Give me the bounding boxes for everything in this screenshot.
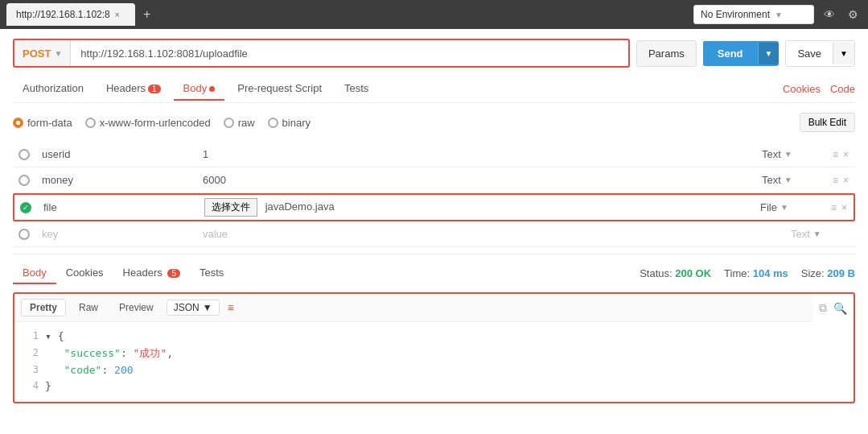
form-data-option[interactable]: form-data: [13, 117, 72, 129]
resp-headers-badge: 5: [167, 269, 180, 278]
code-tab-preview[interactable]: Preview: [111, 300, 162, 316]
row-actions-1: ≡ ×: [826, 149, 855, 160]
tab-headers[interactable]: Headers1: [97, 77, 171, 101]
time-value: 104 ms: [753, 267, 788, 279]
value-2: 6000: [196, 171, 762, 189]
urlencoded-radio[interactable]: [85, 118, 96, 128]
type-1[interactable]: Text ▼: [762, 148, 826, 160]
menu-icon-1[interactable]: ≡: [833, 149, 838, 160]
size-label: Size: 209 B: [801, 267, 855, 279]
code-tab-pretty[interactable]: Pretty: [21, 299, 66, 316]
copy-button[interactable]: ⧉: [819, 301, 827, 315]
gear-button[interactable]: ⚙: [845, 5, 862, 24]
resp-tab-body[interactable]: Body: [13, 262, 56, 284]
check-circle-2[interactable]: [19, 175, 30, 186]
save-dropdown-button[interactable]: ▼: [833, 43, 854, 64]
save-button[interactable]: Save: [786, 41, 833, 66]
delete-icon-1[interactable]: ×: [843, 149, 849, 160]
format-icon[interactable]: ≡: [228, 301, 234, 314]
format-chevron-icon: ▼: [203, 302, 212, 313]
code-line-2: 2 "success": "成功",: [24, 345, 844, 362]
type-arrow-3: ▼: [780, 203, 788, 212]
type-arrow-2: ▼: [784, 176, 792, 184]
check-circle-empty: [19, 229, 30, 240]
key-1: userid: [35, 145, 196, 163]
row-check-2[interactable]: [13, 175, 35, 186]
cookies-link[interactable]: Cookies: [783, 83, 821, 95]
type-2[interactable]: Text ▼: [762, 174, 826, 186]
chevron-down-icon: ▼: [775, 10, 783, 19]
file-name: javaDemo.java: [265, 200, 335, 213]
env-dropdown[interactable]: No Environment ▼: [693, 5, 814, 24]
menu-icon-3[interactable]: ≡: [831, 202, 837, 213]
browser-tab[interactable]: http://192.168.1.102:8 ×: [6, 3, 135, 26]
check-circle-3[interactable]: [20, 202, 31, 213]
menu-icon-2[interactable]: ≡: [833, 175, 838, 186]
binary-label: binary: [282, 117, 311, 129]
size-value: 209 B: [827, 267, 855, 279]
type-3[interactable]: File ▼: [760, 201, 825, 213]
form-rows: userid 1 Text ▼ ≡ × money 6000 Text ▼: [13, 142, 855, 247]
env-selector: No Environment ▼ 👁 ⚙: [693, 5, 862, 24]
browser-bar: http://192.168.1.102:8 × + No Environmen…: [0, 0, 868, 29]
bulk-edit-button[interactable]: Bulk Edit: [800, 113, 855, 132]
delete-icon-3[interactable]: ×: [841, 202, 847, 213]
code-body: 1 ▾ { 2 "success": "成功", 3 "code": 200 4…: [14, 322, 854, 402]
search-button[interactable]: 🔍: [833, 301, 847, 315]
code-link[interactable]: Code: [830, 83, 855, 95]
row-check-3[interactable]: [14, 202, 37, 213]
file-select-button[interactable]: 选择文件: [204, 198, 257, 217]
tab-tests[interactable]: Tests: [335, 77, 378, 101]
save-btn-group: Save ▼: [785, 40, 855, 67]
send-dropdown-button[interactable]: ▼: [758, 43, 780, 64]
resp-tab-headers[interactable]: Headers 5: [113, 262, 190, 284]
headers-badge: 1: [148, 85, 161, 93]
url-bar: POST ▼ Params Send ▼ Save ▼: [13, 39, 855, 68]
tab-close-icon[interactable]: ×: [115, 10, 120, 19]
code-line-4: 4 }: [24, 378, 844, 395]
send-button[interactable]: Send: [703, 41, 758, 66]
env-label: No Environment: [701, 9, 770, 20]
row-actions-3: ≡ ×: [825, 202, 854, 213]
form-data-radio[interactable]: [13, 118, 23, 128]
code-toolbar: Pretty Raw Preview JSON ▼ ≡: [14, 294, 812, 322]
check-circle-1[interactable]: [19, 149, 30, 160]
format-label: JSON: [174, 302, 200, 313]
value-placeholder[interactable]: value: [196, 225, 791, 243]
method-selector[interactable]: POST ▼: [14, 40, 71, 66]
tab-authorization[interactable]: Authorization: [13, 77, 93, 101]
raw-label: raw: [238, 117, 255, 129]
code-line-3: 3 "code": 200: [24, 362, 844, 379]
binary-radio[interactable]: [268, 118, 278, 128]
response-section: Body Cookies Headers 5 Tests Status: 200…: [13, 254, 855, 403]
row-actions-2: ≡ ×: [826, 175, 855, 186]
binary-option[interactable]: binary: [268, 117, 311, 129]
form-data-label: form-data: [27, 117, 72, 129]
new-tab-button[interactable]: +: [138, 6, 155, 23]
tab-prerequest[interactable]: Pre-request Script: [228, 77, 331, 101]
urlencoded-option[interactable]: x-www-form-urlencoded: [85, 117, 211, 129]
key-placeholder[interactable]: key: [35, 225, 196, 243]
type-placeholder: Text ▼: [791, 228, 855, 240]
resp-tab-tests[interactable]: Tests: [190, 262, 233, 284]
app-container: http://192.168.1.102:8 × + No Environmen…: [0, 0, 868, 434]
method-label: POST: [23, 48, 51, 60]
tab-body[interactable]: Body: [174, 77, 225, 101]
url-input[interactable]: [71, 48, 628, 60]
value-3: 选择文件 javaDemo.java: [198, 195, 760, 220]
delete-icon-2[interactable]: ×: [843, 175, 849, 186]
code-line-1: 1 ▾ {: [24, 329, 844, 345]
table-row: file 选择文件 javaDemo.java File ▼ ≡ ×: [13, 193, 855, 221]
row-check-empty: [13, 229, 35, 240]
raw-radio[interactable]: [224, 118, 234, 128]
method-chevron-icon: ▼: [54, 49, 62, 58]
row-check-1[interactable]: [13, 149, 35, 160]
eye-button[interactable]: 👁: [821, 5, 838, 24]
code-tab-raw[interactable]: Raw: [71, 300, 106, 316]
format-selector[interactable]: JSON ▼: [167, 300, 220, 316]
key-2: money: [35, 171, 196, 189]
params-button[interactable]: Params: [636, 40, 697, 67]
resp-tab-cookies[interactable]: Cookies: [56, 262, 113, 284]
key-3: file: [37, 198, 198, 217]
raw-option[interactable]: raw: [224, 117, 255, 129]
